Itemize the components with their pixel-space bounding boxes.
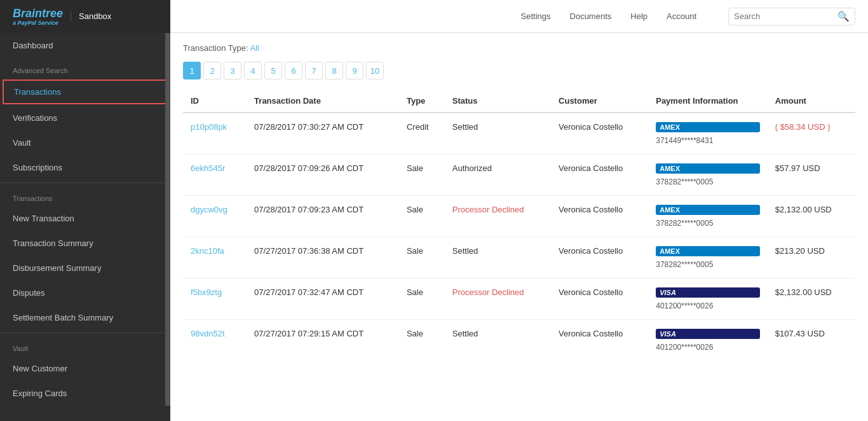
card-number: 378282*****0005 [656,177,760,186]
transaction-link[interactable]: 2knc10fa [191,246,224,256]
cell-amount: ( $58.34 USD ) [768,113,855,155]
sidebar-item-settlement-batch-summary[interactable]: Settlement Batch Summary [0,305,170,330]
cell-status: Processor Declined [445,196,551,237]
card-number: 401200*****0026 [656,343,760,352]
cell-status: Authorized [445,155,551,196]
table-row: f5bx9ztg 07/27/2017 07:32:47 AM CDT Sale… [183,279,855,320]
sidebar-item-disbursement-summary[interactable]: Disbursement Summary [0,256,170,280]
filter-value: All [250,43,259,53]
table-row: 6ekh545r 07/28/2017 07:09:26 AM CDT Sale… [183,155,855,196]
card-number: 371449*****8431 [656,136,760,145]
page-9[interactable]: 9 [346,62,363,79]
card-number: 378282*****0005 [656,260,760,269]
sidebar: Dashboard Advanced Search Transactions V… [0,33,170,421]
transaction-link[interactable]: 6ekh545r [191,163,225,173]
search-box: 🔍 [728,8,855,25]
sidebar-item-transaction-summary[interactable]: Transaction Summary [0,231,170,256]
page-1[interactable]: 1 [183,62,201,79]
payment-info: AMEX 378282*****0005 [656,246,760,269]
sidebar-item-dashboard[interactable]: Dashboard [0,33,170,58]
card-type-badge: AMEX [656,122,760,132]
cell-type: Sale [399,196,445,237]
cell-customer: Veronica Costello [551,196,648,237]
sidebar-item-subscriptions[interactable]: Subscriptions [0,155,170,180]
search-button[interactable]: 🔍 [837,11,850,22]
payment-info: VISA 401200*****0026 [656,329,760,352]
transactions-table: ID Transaction Date Type Status Customer… [183,90,855,361]
cell-customer: Veronica Costello [551,279,648,320]
page-3[interactable]: 3 [224,62,241,79]
payment-info: AMEX 378282*****0005 [656,205,760,228]
cell-date: 07/27/2017 07:32:47 AM CDT [247,279,399,320]
nav-help[interactable]: Help [630,11,648,21]
sandbox-label: Sandbox [71,11,111,21]
search-input[interactable] [734,11,837,21]
cell-amount: $57.97 USD [768,155,855,196]
sidebar-item-transactions[interactable]: Transactions [3,79,168,104]
cell-id: p10p08pk [183,113,247,155]
cell-amount: $107.43 USD [768,320,855,361]
cell-type: Credit [399,113,445,155]
card-type-badge: AMEX [656,205,760,215]
cell-date: 07/27/2017 07:36:38 AM CDT [247,237,399,279]
top-navigation: Braintree a PayPal Service Sandbox Setti… [0,0,868,33]
nav-settings[interactable]: Settings [521,11,551,21]
payment-info: AMEX 378282*****0005 [656,163,760,186]
sidebar-item-verifications[interactable]: Verifications [0,106,170,130]
transaction-link[interactable]: f5bx9ztg [191,287,222,297]
page-6[interactable]: 6 [285,62,302,79]
cell-date: 07/27/2017 07:29:15 AM CDT [247,320,399,361]
cell-status: Settled [445,113,551,155]
cell-customer: Veronica Costello [551,320,648,361]
cell-customer: Veronica Costello [551,237,648,279]
table-row: dgycw0vg 07/28/2017 07:09:23 AM CDT Sale… [183,196,855,237]
sidebar-item-disputes[interactable]: Disputes [0,280,170,305]
cell-payment: AMEX 378282*****0005 [648,155,768,196]
cell-type: Sale [399,155,445,196]
transaction-link[interactable]: p10p08pk [191,122,227,132]
transaction-link[interactable]: 98vdn52t [191,329,225,338]
brand-logo: Braintree a PayPal Service [13,7,63,26]
card-number: 401200*****0026 [656,301,760,310]
payment-info: AMEX 371449*****8431 [656,122,760,145]
cell-type: Sale [399,320,445,361]
page-10[interactable]: 10 [366,62,384,79]
cell-status: Processor Declined [445,279,551,320]
sidebar-item-new-transaction[interactable]: New Transaction [0,206,170,231]
cell-amount: $2,132.00 USD [768,196,855,237]
cell-id: f5bx9ztg [183,279,247,320]
cell-type: Sale [399,279,445,320]
cell-date: 07/28/2017 07:09:23 AM CDT [247,196,399,237]
cell-id: 6ekh545r [183,155,247,196]
main-layout: Dashboard Advanced Search Transactions V… [0,33,868,421]
transaction-link[interactable]: dgycw0vg [191,205,227,214]
page-7[interactable]: 7 [305,62,323,79]
cell-customer: Veronica Costello [551,113,648,155]
sidebar-item-new-customer[interactable]: New Customer [0,356,170,381]
sidebar-item-expiring-cards[interactable]: Expiring Cards [0,381,170,406]
col-amount: Amount [768,90,855,113]
sidebar-section-vault: Vault [0,336,170,356]
filter-label: Transaction Type: All [183,43,855,53]
cell-amount: $213.20 USD [768,237,855,279]
cell-date: 07/28/2017 07:30:27 AM CDT [247,113,399,155]
sidebar-section-advanced-search: Advanced Search [0,58,170,78]
table-row: 2knc10fa 07/27/2017 07:36:38 AM CDT Sale… [183,237,855,279]
sidebar-section-transactions: Transactions [0,186,170,206]
page-2[interactable]: 2 [203,62,221,79]
cell-amount: $2,132.00 USD [768,279,855,320]
col-customer: Customer [551,90,648,113]
page-5[interactable]: 5 [264,62,282,79]
main-nav: Settings Documents Help Account 🔍 [521,8,855,25]
nav-account[interactable]: Account [667,11,696,21]
col-date: Transaction Date [247,90,399,113]
page-8[interactable]: 8 [325,62,343,79]
sidebar-item-vault[interactable]: Vault [0,130,170,155]
sidebar-scrollbar[interactable] [165,33,170,406]
table-row: 98vdn52t 07/27/2017 07:29:15 AM CDT Sale… [183,320,855,361]
nav-documents[interactable]: Documents [570,11,612,21]
cell-payment: VISA 401200*****0026 [648,279,768,320]
cell-id: 2knc10fa [183,237,247,279]
card-type-badge: VISA [656,329,760,339]
page-4[interactable]: 4 [244,62,262,79]
